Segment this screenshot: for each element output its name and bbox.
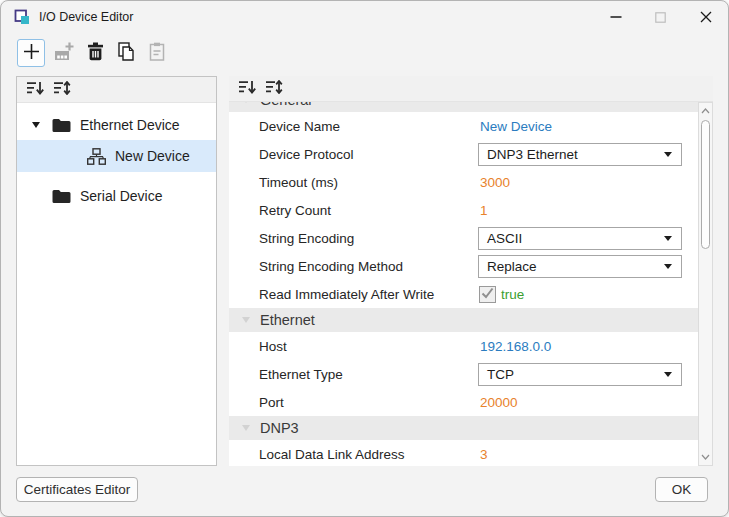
add-point-icon [54, 42, 75, 64]
property-label: Port [259, 395, 284, 410]
property-value[interactable]: 3000 [480, 175, 510, 190]
property-label: Retry Count [259, 203, 331, 218]
expand-all-button[interactable] [265, 81, 283, 97]
tree-panel-header [17, 77, 216, 103]
tree-item-label: Serial Device [80, 188, 162, 204]
collapse-all-button[interactable] [238, 81, 256, 97]
combobox-value: DNP3 Ethernet [487, 147, 578, 162]
property-row-read-immediately-after-write: Read Immediately After Writetrue [229, 280, 698, 308]
chevron-down-icon [664, 152, 672, 157]
property-rows: GeneralDevice NameNew DeviceDevice Proto… [229, 102, 698, 466]
property-row-ethernet-type: Ethernet TypeTCP [229, 360, 698, 388]
combobox-value: TCP [487, 367, 514, 382]
combobox-value: ASCII [487, 231, 522, 246]
minimize-button[interactable] [593, 1, 638, 33]
copy-button[interactable] [114, 41, 138, 65]
section-collapse-icon [242, 317, 250, 323]
paste-button [145, 41, 169, 65]
scrollbar-thumb[interactable] [701, 120, 710, 249]
section-header-general[interactable]: General [229, 102, 698, 112]
expand-all-button[interactable] [53, 82, 71, 98]
trash-icon [87, 42, 104, 64]
property-row-device-protocol: Device ProtocolDNP3 Ethernet [229, 140, 698, 168]
collapse-all-icon [27, 81, 44, 98]
property-value[interactable]: 1 [480, 203, 488, 218]
property-panel-header [229, 76, 713, 102]
property-label: Device Name [259, 119, 340, 134]
property-grid: GeneralDevice NameNew DeviceDevice Proto… [229, 102, 698, 466]
property-label: Local Data Link Address [259, 447, 405, 462]
property-value[interactable]: 20000 [480, 395, 518, 410]
section-header-ethernet[interactable]: Ethernet [229, 308, 698, 332]
folder-icon [52, 118, 71, 133]
property-row-timeout-ms: Timeout (ms)3000 [229, 168, 698, 196]
expand-all-icon [266, 80, 283, 97]
read-immediately-after-write-checkbox[interactable] [479, 286, 496, 303]
add-device-button[interactable] [17, 39, 45, 67]
ethernet-type-combobox[interactable]: TCP [478, 363, 682, 386]
property-value[interactable]: New Device [480, 119, 552, 134]
app-icon [14, 9, 30, 25]
section-header-dnp3[interactable]: DNP3 [229, 416, 698, 440]
property-label: Host [259, 339, 287, 354]
expand-all-icon [54, 81, 71, 98]
chevron-down-icon [664, 372, 672, 377]
property-row-string-encoding-method: String Encoding MethodReplace [229, 252, 698, 280]
window-controls [593, 1, 728, 33]
close-button[interactable] [683, 1, 728, 33]
checkmark-icon [481, 287, 494, 302]
scroll-down-icon[interactable] [699, 450, 712, 464]
checkbox-value: true [501, 287, 524, 302]
section-collapse-icon [242, 425, 250, 431]
property-label: Device Protocol [259, 147, 354, 162]
property-label: String Encoding Method [259, 259, 403, 274]
property-row-device-name: Device NameNew Device [229, 112, 698, 140]
device-tree-panel: Ethernet DeviceNew DeviceSerial Device [16, 76, 217, 466]
titlebar: I/O Device Editor [1, 1, 728, 33]
property-row-host: Host192.168.0.0 [229, 332, 698, 360]
device-protocol-combobox[interactable]: DNP3 Ethernet [478, 143, 682, 166]
property-value[interactable]: 3 [480, 447, 488, 462]
property-row-retry-count: Retry Count1 [229, 196, 698, 224]
folder-icon [52, 189, 71, 204]
expander-icon[interactable] [32, 121, 42, 129]
vertical-scrollbar[interactable] [698, 102, 713, 466]
delete-button[interactable] [83, 41, 107, 65]
collapse-all-button[interactable] [26, 82, 44, 98]
property-label: Timeout (ms) [259, 175, 338, 190]
paste-icon [149, 42, 165, 64]
device-tree: Ethernet DeviceNew DeviceSerial Device [17, 103, 216, 465]
chevron-down-icon [664, 264, 672, 269]
property-row-local-data-link-address: Local Data Link Address3 [229, 440, 698, 466]
tree-item-new-device[interactable]: New Device [17, 140, 216, 172]
plus-icon [23, 43, 40, 63]
combobox-value: Replace [487, 259, 537, 274]
certificates-editor-button[interactable]: Certificates Editor [16, 477, 138, 502]
property-label: Ethernet Type [259, 367, 343, 382]
maximize-button [638, 1, 683, 33]
copy-icon [117, 42, 135, 64]
section-label: Ethernet [260, 312, 315, 328]
tree-item-ethernet-device[interactable]: Ethernet Device [17, 110, 216, 140]
ok-button[interactable]: OK [655, 477, 708, 502]
property-value[interactable]: 192.168.0.0 [480, 339, 551, 354]
tree-item-label: New Device [115, 148, 190, 164]
scroll-up-icon[interactable] [699, 104, 712, 118]
property-row-port: Port20000 [229, 388, 698, 416]
property-label: String Encoding [259, 231, 354, 246]
tree-item-serial-device[interactable]: Serial Device [17, 181, 216, 211]
property-row-string-encoding: String EncodingASCII [229, 224, 698, 252]
chevron-down-icon [664, 236, 672, 241]
toolbar [17, 38, 169, 68]
property-panel: GeneralDevice NameNew DeviceDevice Proto… [229, 76, 713, 466]
tree-item-label: Ethernet Device [80, 117, 180, 133]
io-device-editor-window: I/O Device Editor Ethernet DeviceNew Dev… [0, 0, 729, 517]
collapse-all-icon [239, 80, 256, 97]
section-collapse-icon [242, 102, 250, 103]
add-point-button [52, 41, 76, 65]
property-label: Read Immediately After Write [259, 287, 434, 302]
string-encoding-combobox[interactable]: ASCII [478, 227, 682, 250]
string-encoding-method-combobox[interactable]: Replace [478, 255, 682, 278]
section-label: General [260, 102, 312, 108]
window-title: I/O Device Editor [39, 1, 133, 33]
